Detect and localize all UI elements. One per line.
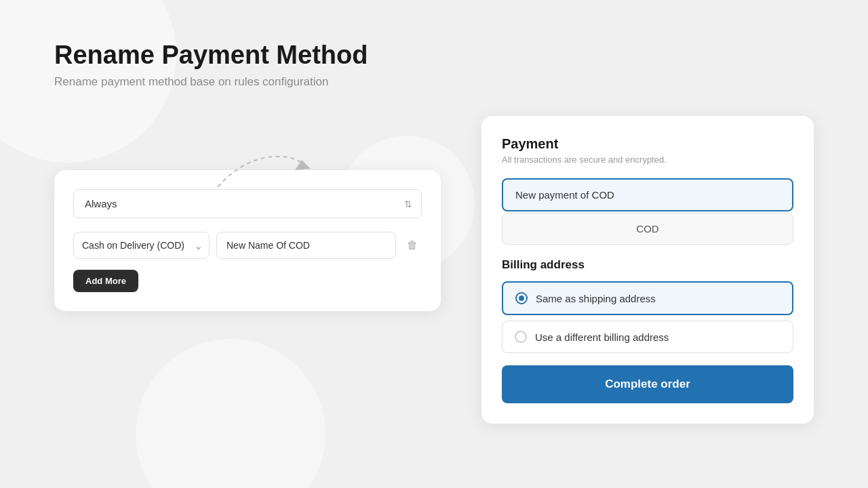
condition-select-wrapper: Always Sometimes Never [73,189,422,218]
add-more-button[interactable]: Add More [73,270,138,292]
delete-icon: 🗑 [407,239,418,251]
page-title: Rename Payment Method [54,41,814,70]
config-card: Always Sometimes Never Cash on Delivery … [54,170,441,311]
left-panel: Always Sometimes Never Cash on Delivery … [54,116,441,311]
billing-different-address-label: Use a different billing address [535,331,669,343]
radio-different-address-unselected [515,331,527,343]
payment-card: Payment All transactions are secure and … [481,116,814,424]
svg-marker-0 [295,160,311,170]
radio-same-shipping-selected [515,292,528,304]
condition-select[interactable]: Always Sometimes Never [73,189,422,218]
rule-row: Cash on Delivery (COD) Credit Card PayPa… [73,232,422,259]
payment-method-select-wrapper: Cash on Delivery (COD) Credit Card PayPa… [73,232,210,259]
page-subtitle: Rename payment method base on rules conf… [54,75,814,89]
delete-rule-button[interactable]: 🗑 [403,235,422,256]
selected-payment-option[interactable]: New payment of COD [502,178,793,211]
payment-secure-text: All transactions are secure and encrypte… [502,155,793,165]
billing-option-same-as-shipping[interactable]: Same as shipping address [502,281,793,315]
payment-method-select[interactable]: Cash on Delivery (COD) Credit Card PayPa… [73,232,210,259]
right-panel: Payment All transactions are secure and … [481,116,814,424]
secondary-payment-option: COD [502,213,793,245]
billing-section-title: Billing address [502,258,793,272]
billing-same-shipping-label: Same as shipping address [536,293,656,304]
complete-order-button[interactable]: Complete order [502,365,793,403]
billing-option-different-address[interactable]: Use a different billing address [502,321,793,353]
header-section: Rename Payment Method Rename payment met… [54,41,814,89]
new-name-input[interactable] [216,232,396,259]
payment-card-title: Payment [502,136,793,152]
